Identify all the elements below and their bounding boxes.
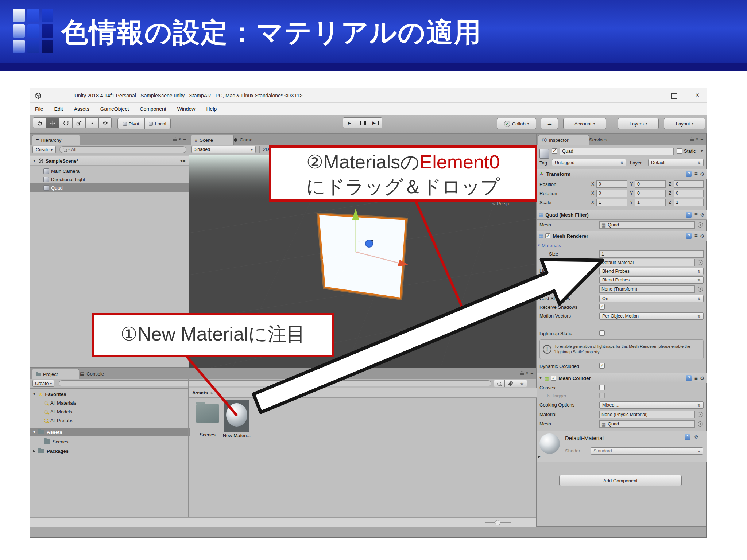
step-button[interactable]: ▶ <box>369 117 382 128</box>
object-picker-icon[interactable] <box>698 260 703 265</box>
panel-divider[interactable] <box>188 379 189 518</box>
object-picker-icon[interactable] <box>698 222 703 228</box>
local-toggle-button[interactable]: Local <box>144 118 171 129</box>
layout-button[interactable]: Layout ▾ <box>664 118 705 129</box>
is-trigger-checkbox[interactable] <box>599 393 605 398</box>
object-picker-icon[interactable] <box>698 412 703 417</box>
project-scenes-folder[interactable]: Scenes <box>30 437 202 446</box>
menu-file[interactable]: File <box>35 106 43 112</box>
asset-scenes-folder[interactable] <box>196 404 219 423</box>
object-picker-icon[interactable] <box>698 421 703 427</box>
lock-icon[interactable] <box>173 139 177 141</box>
project-search-input[interactable] <box>59 380 491 386</box>
minimize-button[interactable]: — <box>638 90 651 100</box>
menu-edit[interactable]: Edit <box>54 106 63 112</box>
fold-open-icon[interactable]: ▼ <box>539 376 542 380</box>
scene-menu-icon[interactable]: ▾≣ <box>180 159 186 163</box>
scale-z-field[interactable]: 1 <box>674 199 704 206</box>
project-packages[interactable]: ▶ Packages <box>30 447 190 455</box>
project-all-models[interactable]: All Models <box>30 407 202 416</box>
layer-dropdown[interactable]: Default ⇅ <box>648 159 704 166</box>
physic-material-field[interactable]: None (Physic Material) <box>599 411 695 418</box>
chevron-down-icon[interactable]: ▾ <box>179 137 181 141</box>
play-button[interactable]: ▶ <box>343 117 356 128</box>
collab-button[interactable]: ✔ Collab ▾ <box>497 118 536 129</box>
scene-gizmo-persp[interactable]: < Persp <box>492 201 509 206</box>
transform-header[interactable]: Transform ? ≣ ⚙ <box>537 169 707 179</box>
gear-icon[interactable]: ⚙ <box>700 212 704 218</box>
favorites-filter-button[interactable]: ★ <box>516 380 527 387</box>
tab-services[interactable]: Services <box>585 135 611 145</box>
component-enabled-checkbox[interactable]: ✓ <box>545 233 550 238</box>
position-z-field[interactable]: 0 <box>674 180 704 188</box>
position-x-field[interactable]: 0 <box>596 180 627 188</box>
2d-toggle[interactable]: 2D <box>263 147 269 152</box>
account-button[interactable]: Account ▾ <box>563 118 606 129</box>
help-icon[interactable]: ? <box>686 375 692 381</box>
scale-tool-button[interactable] <box>72 117 85 128</box>
materials-foldout[interactable]: ▼ Materials <box>537 242 707 250</box>
help-icon[interactable]: ? <box>685 434 690 440</box>
gizmo-y-arrow[interactable] <box>352 209 359 220</box>
hierarchy-item-scene[interactable]: ▼ SampleScene* ▾≣ <box>30 156 189 166</box>
size-field[interactable]: 1 <box>599 250 704 258</box>
preset-icon[interactable]: ≣ <box>694 212 697 217</box>
element0-field[interactable]: Default-Material <box>599 259 695 266</box>
menu-gameobject[interactable]: GameObject <box>100 106 129 112</box>
zoom-slider-handle[interactable] <box>495 520 500 525</box>
lock-icon[interactable] <box>690 139 694 141</box>
rect-tool-button[interactable] <box>85 117 98 128</box>
tab-game[interactable]: Game <box>230 135 256 145</box>
convex-checkbox[interactable] <box>599 385 605 390</box>
quad-object[interactable] <box>318 214 406 298</box>
project-create-button[interactable]: Create ▾ <box>32 380 54 387</box>
help-icon[interactable]: ? <box>686 233 692 239</box>
gear-icon[interactable]: ⚙ <box>700 171 704 177</box>
asset-new-material[interactable] <box>224 400 249 432</box>
transform-tool-button[interactable] <box>98 117 112 128</box>
pane-menu-icon[interactable]: ≣ <box>183 137 186 141</box>
mesh-renderer-header[interactable]: ▦ ✓ Mesh Renderer ? ≣ ⚙ <box>537 231 707 241</box>
light-probes-dropdown[interactable]: Blend Probes ⇅ <box>599 268 704 275</box>
static-checkbox[interactable] <box>677 148 682 154</box>
project-all-prefabs[interactable]: All Prefabs <box>30 416 202 425</box>
help-icon[interactable]: ? <box>686 171 692 177</box>
help-icon[interactable]: ? <box>686 212 692 218</box>
project-favorites[interactable]: ▼ ★ Favorites <box>30 390 190 398</box>
tab-project[interactable]: Project <box>32 369 79 379</box>
shader-dropdown[interactable]: Standard ▾ <box>591 447 703 455</box>
rotate-tool-button[interactable] <box>59 117 72 128</box>
preset-icon[interactable]: ≣ <box>694 233 697 238</box>
mesh-collider-header[interactable]: ▼ ▦ ✓ Mesh Collider ? ≣ ⚙ <box>537 373 707 383</box>
pane-menu-icon[interactable]: ≣ <box>530 371 534 376</box>
active-checkbox[interactable]: ✓ <box>552 148 557 154</box>
tab-inspector[interactable]: ⓘ Inspector <box>538 135 589 145</box>
menu-help[interactable]: Help <box>206 106 217 112</box>
dynamic-occluded-checkbox[interactable]: ✓ <box>599 363 605 369</box>
fold-open-icon[interactable]: ▼ <box>32 159 36 163</box>
hand-tool-button[interactable] <box>33 117 46 128</box>
object-picker-icon[interactable] <box>698 287 703 292</box>
hierarchy-create-button[interactable]: Create ▾ <box>32 146 56 153</box>
pane-menu-icon[interactable]: ≣ <box>700 137 704 141</box>
anchor-override-field[interactable]: None (Transform) <box>599 285 695 293</box>
static-dropdown-icon[interactable]: ▼ <box>700 149 704 153</box>
tag-dropdown[interactable]: Untagged ⇅ <box>552 159 626 166</box>
add-component-button[interactable]: Add Component <box>559 475 682 486</box>
breadcrumb[interactable]: Assets <box>192 390 208 396</box>
cloud-button[interactable]: ☁ <box>541 118 558 129</box>
rotation-y-field[interactable]: 0 <box>635 190 666 197</box>
search-by-type-button[interactable] <box>494 380 505 387</box>
hierarchy-item-main-camera[interactable]: Main Camera <box>30 167 189 175</box>
hierarchy-item-quad[interactable]: Quad <box>30 183 189 192</box>
cooking-options-dropdown[interactable]: Mixed ... ⇅ <box>599 401 704 409</box>
pivot-toggle-button[interactable]: Pivot <box>117 118 144 129</box>
move-tool-button[interactable] <box>46 117 59 128</box>
lock-icon[interactable] <box>520 373 524 375</box>
scale-x-field[interactable]: 1 <box>596 199 627 206</box>
project-assets-root[interactable]: ▼ Assets <box>30 428 190 436</box>
preset-icon[interactable]: ≣ <box>694 376 697 381</box>
rotation-x-field[interactable]: 0 <box>596 190 627 197</box>
gear-icon[interactable]: ⚙ <box>694 434 698 440</box>
tab-hierarchy[interactable]: ≡ Hierarchy <box>32 135 80 145</box>
